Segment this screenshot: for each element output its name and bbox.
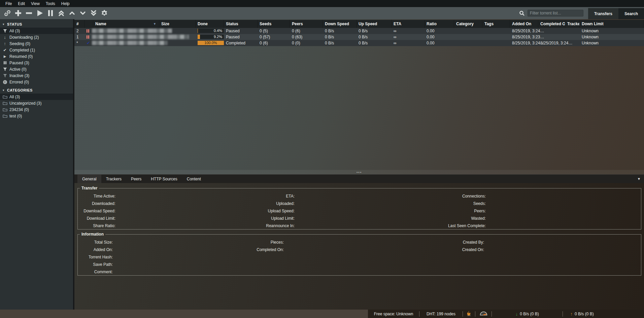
column-header-ratio[interactable]: Ratio bbox=[425, 20, 454, 28]
delete-button[interactable] bbox=[24, 8, 34, 18]
column-header-tags[interactable]: Tags bbox=[482, 20, 510, 28]
folder-icon bbox=[2, 108, 8, 111]
menu-bar: File Edit View Tools Help bbox=[0, 0, 644, 7]
menu-file[interactable]: File bbox=[2, 1, 15, 6]
upload-speed-status[interactable]: ↑ 0 B/s (0 B) bbox=[563, 311, 644, 317]
status-bar: Free space: Unknown DHT: 199 nodes ↓ 0 B… bbox=[0, 310, 644, 318]
column-header-down-speed[interactable]: Down Speed bbox=[323, 20, 357, 28]
double-chevron-down-icon bbox=[90, 10, 97, 16]
sidebar-item-active[interactable]: Active (0) bbox=[0, 66, 73, 72]
tab-http-sources[interactable]: HTTP Sources bbox=[146, 175, 182, 183]
bottom-priority-button[interactable] bbox=[88, 8, 99, 18]
filter-dim-icon bbox=[2, 74, 8, 78]
chevron-down-icon bbox=[80, 11, 86, 15]
column-header-done[interactable]: Done bbox=[196, 20, 224, 28]
folder-icon bbox=[2, 95, 8, 99]
column-header-category[interactable]: Category bbox=[454, 20, 482, 28]
status-section-header[interactable]: ▾STATUS bbox=[0, 21, 73, 28]
column-header-name[interactable]: Name▼ bbox=[93, 20, 159, 28]
pause-icon bbox=[2, 61, 8, 64]
tab-transfers[interactable]: Transfers bbox=[588, 8, 618, 19]
plus-icon bbox=[14, 9, 22, 17]
table-row[interactable]: * ✔ 100.0% Completed 0 (6) 0 (0) 0 B/s 0… bbox=[74, 40, 644, 46]
column-header-completed-on[interactable]: Completed On bbox=[538, 20, 565, 28]
increase-priority-button[interactable] bbox=[67, 8, 77, 18]
column-header-peers[interactable]: Peers bbox=[290, 20, 323, 28]
filter-area bbox=[519, 10, 583, 16]
detail-tab-bar: General Trackers Peers HTTP Sources Cont… bbox=[74, 174, 644, 183]
redacted-torrent-name bbox=[92, 29, 172, 33]
add-torrent-button[interactable] bbox=[13, 8, 23, 18]
pause-button[interactable] bbox=[45, 8, 56, 18]
progress-bar: 100.0% bbox=[198, 41, 224, 45]
sidebar-item-downloading[interactable]: ↓ Downloading (2) bbox=[0, 34, 73, 40]
pause-icon bbox=[47, 9, 54, 17]
tab-general[interactable]: General bbox=[77, 175, 101, 183]
check-icon: ✔ bbox=[2, 48, 8, 52]
column-header-added-on[interactable]: Added On bbox=[510, 20, 538, 28]
alt-speed-limits-button[interactable] bbox=[475, 311, 492, 317]
column-header-size[interactable]: Size bbox=[159, 20, 196, 28]
tab-trackers[interactable]: Trackers bbox=[101, 175, 126, 183]
table-row[interactable]: 1 9.2% Paused 0 (57) 0 (63) 0 B/s 0 B/s … bbox=[74, 34, 644, 40]
general-tab-panel: Transfer Time Active: Downloaded: Downlo… bbox=[74, 183, 644, 310]
tab-content[interactable]: Content bbox=[182, 175, 206, 183]
column-header-up-speed[interactable]: Up Speed bbox=[357, 20, 392, 28]
column-header-down-limit[interactable]: Down Limit bbox=[580, 20, 644, 28]
tab-search[interactable]: Search bbox=[618, 8, 644, 19]
sidebar: ▾STATUS All (3) ↓ Downloading (2) ↑ Seed… bbox=[0, 19, 73, 310]
transfer-labels-col3: Connections: Seeds: Peers: Wasted: Last … bbox=[82, 192, 486, 229]
resume-button[interactable] bbox=[34, 8, 45, 18]
connection-status-button[interactable] bbox=[463, 311, 475, 317]
column-header-seeds[interactable]: Seeds bbox=[258, 20, 290, 28]
progress-bar: 9.2% bbox=[198, 35, 224, 39]
menu-tools[interactable]: Tools bbox=[43, 1, 58, 6]
column-header-eta[interactable]: ETA bbox=[392, 20, 425, 28]
progress-bar: 0.4% bbox=[198, 29, 224, 33]
sidebar-item-errored[interactable]: ! Errored (0) bbox=[0, 79, 73, 85]
column-header-tracker[interactable]: Tracker bbox=[565, 20, 580, 28]
gear-icon bbox=[101, 9, 108, 17]
sidebar-category-234234[interactable]: 234234 (0) bbox=[0, 106, 73, 113]
sidebar-category-uncategorized[interactable]: Uncategorized (3) bbox=[0, 100, 73, 106]
column-header-state[interactable] bbox=[84, 20, 93, 28]
menu-view[interactable]: View bbox=[28, 1, 43, 6]
chevron-up-icon bbox=[69, 11, 75, 15]
status-bar-items: Free space: Unknown DHT: 199 nodes ↓ 0 B… bbox=[368, 310, 644, 318]
qbittorrent-webui: File Edit View Tools Help bbox=[0, 0, 644, 318]
chevron-down-icon[interactable]: ▼ bbox=[637, 177, 641, 181]
sidebar-item-all[interactable]: All (3) bbox=[0, 28, 73, 34]
sidebar-item-completed[interactable]: ✔ Completed (1) bbox=[0, 47, 73, 53]
categories-section-header[interactable]: ▾CATEGORIES bbox=[0, 87, 73, 94]
redacted-torrent-name bbox=[92, 41, 168, 45]
torrent-panel: # Name▼ Size Done Status Seeds Peers Dow… bbox=[74, 19, 644, 310]
sidebar-category-all[interactable]: All (3) bbox=[0, 94, 73, 100]
sidebar-item-paused[interactable]: Paused (3) bbox=[0, 60, 73, 66]
error-icon: ! bbox=[2, 80, 8, 84]
upload-arrow-icon: ↑ bbox=[570, 311, 573, 317]
sidebar-item-inactive[interactable]: Inactive (3) bbox=[0, 72, 73, 79]
download-speed-status[interactable]: ↓ 0 B/s (0 B) bbox=[492, 311, 563, 317]
sidebar-item-seeding[interactable]: ↑ Seeding (0) bbox=[0, 40, 73, 47]
decrease-priority-button[interactable] bbox=[77, 8, 88, 18]
sidebar-item-resumed[interactable]: ▶ Resumed (0) bbox=[0, 53, 73, 60]
tab-peers[interactable]: Peers bbox=[126, 175, 146, 183]
information-labels-col3: Created By: Created On: bbox=[82, 239, 484, 253]
column-header-status[interactable]: Status bbox=[224, 20, 258, 28]
table-header: # Name▼ Size Done Status Seeds Peers Dow… bbox=[74, 20, 644, 28]
table-row[interactable]: 2 0.4% Paused 0 (5) 0 (6) 0 B/s 0 B/s ∞ … bbox=[74, 28, 644, 34]
column-header-number[interactable]: # bbox=[74, 20, 84, 28]
menu-edit[interactable]: Edit bbox=[15, 1, 28, 6]
menu-help[interactable]: Help bbox=[58, 1, 73, 6]
information-section-title: Information bbox=[80, 232, 105, 237]
panel-splitter[interactable]: ··· bbox=[74, 170, 644, 174]
top-priority-button[interactable] bbox=[56, 8, 66, 18]
minus-icon bbox=[25, 9, 33, 17]
torrent-link-button[interactable] bbox=[2, 8, 12, 18]
sidebar-category-test[interactable]: test (0) bbox=[0, 113, 73, 119]
torrent-list-empty-area bbox=[74, 46, 644, 170]
chain-link-icon bbox=[4, 9, 11, 17]
filter-torrent-input[interactable] bbox=[528, 10, 583, 16]
upload-arrow-icon: ↑ bbox=[2, 41, 8, 46]
options-button[interactable] bbox=[99, 8, 109, 18]
